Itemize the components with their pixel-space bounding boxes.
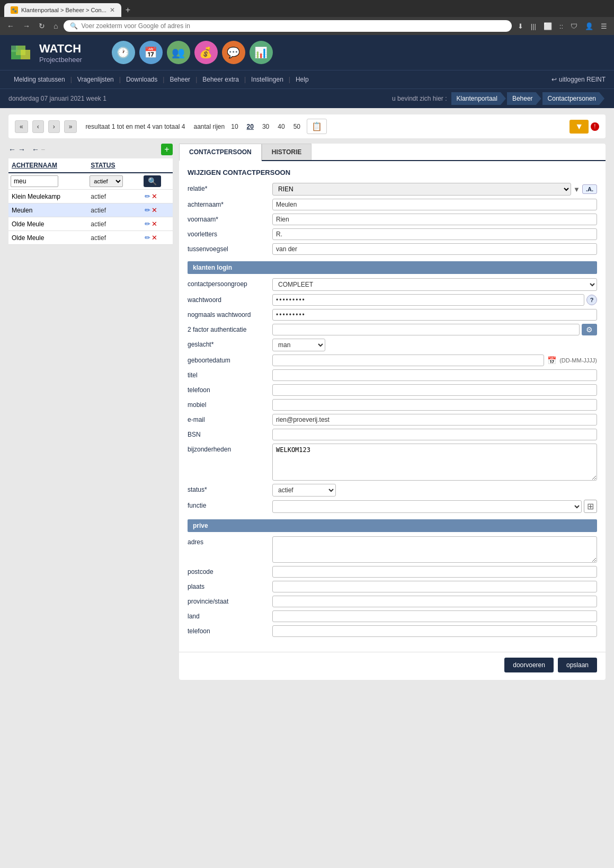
table-row[interactable]: Olde Meule actief ✏ ✕ [8,231,173,245]
row-count-40[interactable]: 40 [275,122,287,131]
logo-icon [8,39,35,66]
input-plaats[interactable] [272,581,597,592]
calendar-button[interactable]: 📅 [547,356,556,365]
nav-instellingen[interactable]: Instellingen [246,73,289,86]
input-land[interactable] [272,610,597,622]
icon-button-clock[interactable]: 🕐 [112,41,135,64]
icon-button-chat[interactable]: 💬 [222,41,245,64]
input-bsn[interactable] [272,429,597,440]
input-adres[interactable] [272,536,597,563]
address-bar[interactable]: 🔍 [64,20,511,32]
filter-achternaam-input[interactable] [11,175,58,187]
refresh-button[interactable]: ↻ [36,21,48,31]
last-page-button[interactable]: » [64,120,77,133]
nav-help[interactable]: Help [290,73,314,86]
nav-left-icon[interactable]: ← [8,145,16,154]
input-postcode[interactable] [272,566,597,578]
row-count-20[interactable]: 20 [245,122,256,131]
input-wachtwoord[interactable] [272,294,584,306]
nav-beheer-extra[interactable]: Beheer extra [197,73,244,86]
address-input[interactable] [81,22,505,30]
relatie-select[interactable]: RIEN [272,183,571,196]
input-provincie[interactable] [272,596,597,607]
row-count-10[interactable]: 10 [229,122,240,131]
input-tussenvoegsel[interactable] [272,243,597,255]
select-functie[interactable] [272,500,582,513]
nav-beheer[interactable]: Beheer [164,73,195,86]
tab-manager-icon[interactable]: ⬜ [541,21,555,32]
menu-icon[interactable]: ☰ [598,21,610,32]
col-achternaam-header[interactable]: ACHTERNAAM [8,158,87,173]
active-tab[interactable]: 🐾 Klantenportaal > Beheer > Con... ✕ [4,3,121,17]
row-count-50[interactable]: 50 [291,122,302,131]
nav-right-icon[interactable]: → [18,145,25,154]
new-tab-button[interactable]: + [123,3,132,17]
tab-historie[interactable]: HISTORIE [262,144,312,160]
next-page-button[interactable]: › [48,120,60,133]
doorvoeren-button[interactable]: doorvoeren [504,658,554,672]
select-contactpersoongroep[interactable]: COMPLEET [272,278,597,291]
nav-downloads[interactable]: Downloads [121,73,163,86]
profile-icon[interactable]: 👤 [582,21,596,32]
excel-export-button[interactable]: 📋 [307,119,327,134]
delete-icon[interactable]: ✕ [152,192,157,200]
input-bijzonderheden[interactable]: WELKOM123 [272,444,597,481]
input-email[interactable] [272,414,597,426]
tab-contactpersoon[interactable]: CONTACTPERSOON [179,144,262,161]
bookmarks-icon[interactable]: ||| [528,21,539,32]
edit-icon[interactable]: ✏ [145,234,150,242]
delete-icon[interactable]: ✕ [152,220,157,228]
icon-button-users[interactable]: 👥 [167,41,190,64]
download-icon[interactable]: ⬇ [515,21,526,32]
nav-melding-statussen[interactable]: Melding statussen [8,73,70,86]
delete-icon[interactable]: ✕ [152,206,157,214]
input-geboortedatum[interactable] [272,355,544,366]
icon-button-reports[interactable]: 📊 [250,41,273,64]
table-row[interactable]: Olde Meule actief ✏ ✕ [8,217,173,231]
logout-button[interactable]: ↩ uitloggen REINT [551,76,606,83]
input-prive-telefoon[interactable] [272,625,597,637]
filter-search-button[interactable]: 🔍 [144,175,161,187]
col-status-header[interactable]: STATUS [87,158,141,173]
breadcrumb-beheer[interactable]: Beheer [507,92,541,105]
edit-icon[interactable]: ✏ [145,206,150,214]
tab-close-button[interactable]: ✕ [110,6,115,14]
input-twofactor[interactable] [272,324,580,335]
select-geslacht[interactable]: man vrouw [272,339,325,351]
nav-vragenlijsten[interactable]: Vragenlijsten [72,73,119,86]
edit-icon[interactable]: ✏ [145,192,150,200]
home-button[interactable]: ⌂ [51,21,60,31]
input-achternaam[interactable] [272,199,597,210]
password-help-button[interactable]: ? [586,295,597,305]
first-page-button[interactable]: « [15,120,28,133]
relatie-action-button[interactable]: .A. [582,184,597,194]
select-status[interactable]: actief inactief [272,484,336,497]
add-record-button[interactable]: + [161,144,173,155]
shield-icon[interactable]: 🛡 [568,21,580,32]
delete-icon[interactable]: ✕ [152,234,157,242]
breadcrumb-contactpersonen[interactable]: Contactpersonen [542,92,604,105]
breadcrumb-klantenportaal[interactable]: Klantenportaal [451,92,506,105]
input-nogmaals-wachtwoord[interactable] [272,309,597,321]
extensions-icon[interactable]: :: [557,21,566,32]
icon-button-finance[interactable]: 💰 [194,41,218,64]
twofactor-gear-button[interactable]: ⚙ [582,324,597,335]
input-voornaam[interactable] [272,214,597,225]
filter-status-select[interactable]: actief inactief [90,175,123,187]
table-row[interactable]: Meulen actief ✏ ✕ [8,203,173,217]
icon-button-calendar[interactable]: 📅 [139,41,163,64]
edit-icon[interactable]: ✏ [145,220,150,228]
table-row[interactable]: Klein Meulekamp actief ✏ ✕ [8,190,173,203]
row-count-30[interactable]: 30 [260,122,271,131]
forward-button[interactable]: → [20,21,33,31]
input-mobiel[interactable] [272,399,597,411]
back-button[interactable]: ← [4,21,17,31]
input-voorletters[interactable] [272,228,597,240]
prev-page-button[interactable]: ‹ [32,120,44,133]
input-titel[interactable] [272,369,597,381]
functie-add-button[interactable]: ⊞ [584,500,597,513]
opslaan-button[interactable]: opslaan [558,658,597,672]
input-telefoon[interactable] [272,384,597,396]
nav-left2-icon[interactable]: ← [32,145,39,154]
filter-button[interactable]: ▼ [569,120,589,134]
